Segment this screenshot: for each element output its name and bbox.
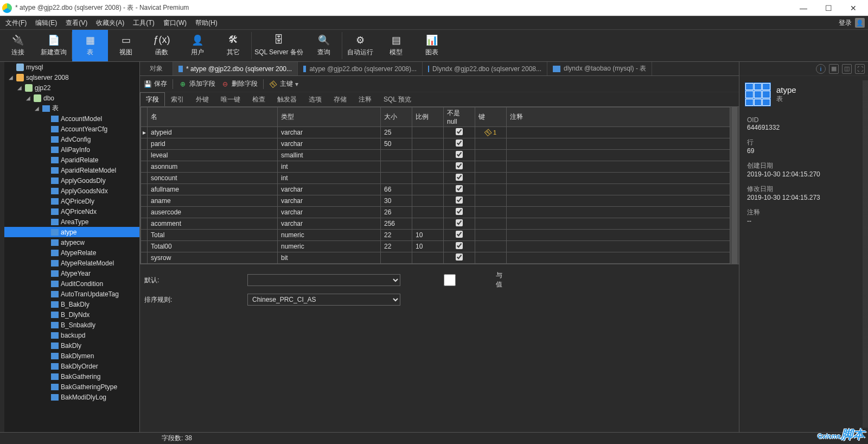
editor-tab[interactable]: dlyndx @taobao (mysql) - 表 xyxy=(547,62,652,75)
tree-item[interactable]: mysql xyxy=(4,62,139,72)
menu-item[interactable]: 查看(V) xyxy=(63,18,90,28)
primary-key-button[interactable]: ⚿主键 ▾ xyxy=(269,79,298,88)
tree-item[interactable]: AtypeRelate xyxy=(4,248,139,258)
tree-item[interactable]: AutoTranUpdateTag xyxy=(4,289,139,299)
menu-item[interactable]: 帮助(H) xyxy=(193,18,220,28)
menu-item[interactable]: 收藏夹(A) xyxy=(94,18,126,28)
ribbon-模型[interactable]: ▤模型 xyxy=(378,30,414,61)
subtab[interactable]: 索引 xyxy=(165,92,190,106)
tree-item[interactable]: AreaType xyxy=(4,217,139,227)
tree-item[interactable]: BakModiDlyLog xyxy=(4,392,139,402)
col-header[interactable]: 大小 xyxy=(381,107,412,127)
subtab[interactable]: 存储 xyxy=(328,92,353,106)
editor-tab[interactable]: Dlyndx @gjp22.dbo (sqlserver 2008... xyxy=(423,62,547,75)
col-header[interactable]: 注释 xyxy=(507,107,730,127)
table-row[interactable]: ▸atypeidvarchar25⚿ 1 xyxy=(141,127,730,138)
editor-tab[interactable]: * atype @gjp22.dbo (sqlserver 200... xyxy=(173,62,298,75)
close-button[interactable]: ✕ xyxy=(841,0,866,16)
tree-twisty-icon[interactable]: ◢ xyxy=(16,85,23,91)
col-header[interactable]: 类型 xyxy=(278,107,381,127)
tree-item[interactable]: backupd xyxy=(4,330,139,340)
subtab[interactable]: 选项 xyxy=(303,92,328,106)
table-row[interactable]: paridvarchar50 xyxy=(141,138,730,150)
tree-twisty-icon[interactable]: ◢ xyxy=(34,105,40,111)
tree-item[interactable]: BakDlymen xyxy=(4,351,139,361)
col-header[interactable]: 比例 xyxy=(412,107,444,127)
subtab[interactable]: 字段 xyxy=(140,92,165,106)
user-avatar-icon[interactable]: 👤 xyxy=(855,18,865,28)
subtab[interactable]: 外键 xyxy=(190,92,215,106)
tree-item[interactable]: BakDlyOrder xyxy=(4,361,139,371)
tree-item[interactable]: AQPriceNdx xyxy=(4,206,139,217)
not-null-checkbox[interactable] xyxy=(456,139,463,147)
tree-item[interactable]: ◢gjp22 xyxy=(4,83,139,93)
menu-item[interactable]: 文件(F) xyxy=(3,18,29,28)
tree-item[interactable]: BakGatheringPtype xyxy=(4,382,139,392)
not-null-checkbox[interactable] xyxy=(456,128,463,135)
ribbon-表[interactable]: ▦表 xyxy=(72,30,108,61)
table-row[interactable]: sysrowbit xyxy=(141,252,730,264)
tree-item[interactable]: ApplyGoodsDly xyxy=(4,175,139,186)
login-link[interactable]: 登录 xyxy=(839,18,852,28)
not-null-checkbox[interactable] xyxy=(456,185,463,192)
not-null-checkbox[interactable] xyxy=(456,231,463,238)
not-null-checkbox[interactable] xyxy=(456,151,463,158)
subtab[interactable]: SQL 预览 xyxy=(378,92,417,106)
tree-item[interactable]: BakGathering xyxy=(4,371,139,382)
default-select[interactable] xyxy=(247,274,400,286)
subtab[interactable]: 检查 xyxy=(246,92,271,106)
table-row[interactable]: anamevarchar30 xyxy=(141,195,730,207)
panel-view-icon-3[interactable]: ⛶ xyxy=(855,64,865,74)
tree-item[interactable]: atypecw xyxy=(4,237,139,248)
menu-item[interactable]: 工具(T) xyxy=(131,18,156,28)
table-row[interactable]: afullnamevarchar66 xyxy=(141,184,730,195)
menu-item[interactable]: 编辑(E) xyxy=(33,18,59,28)
tree-item[interactable]: ◢dbo xyxy=(4,93,139,103)
tree-item[interactable]: AccountYearCfg xyxy=(4,124,139,134)
ribbon-新建查询[interactable]: 📄新建查询 xyxy=(36,30,72,61)
tree-item[interactable]: B_DlyNdx xyxy=(4,309,139,320)
tree-twisty-icon[interactable]: ◢ xyxy=(8,74,14,80)
subtab[interactable]: 注释 xyxy=(353,92,378,106)
tree-item[interactable]: ApplyGoodsNdx xyxy=(4,186,139,196)
tree-twisty-icon[interactable]: ◢ xyxy=(25,95,31,101)
tree-item[interactable]: AdvConfig xyxy=(4,134,139,144)
menu-item[interactable]: 窗口(W) xyxy=(161,18,189,28)
ribbon-连接[interactable]: 🔌连接 xyxy=(0,30,36,61)
tree-item[interactable]: B_BakDly xyxy=(4,299,139,309)
table-row[interactable]: ausercodevarchar26 xyxy=(141,207,730,218)
not-null-checkbox[interactable] xyxy=(456,174,463,181)
tree-item[interactable]: AuditCondition xyxy=(4,278,139,289)
add-field-button[interactable]: ⊕添加字段 xyxy=(178,79,215,88)
subtab[interactable]: 触发器 xyxy=(271,92,303,106)
table-row[interactable]: asonnumint xyxy=(141,161,730,173)
tree-item[interactable]: ◢sqlserver 2008 xyxy=(4,72,139,83)
nav-tree[interactable]: mysql◢sqlserver 2008◢gjp22◢dbo◢表AccountM… xyxy=(4,62,140,432)
tree-item[interactable]: AccountModel xyxy=(4,113,139,124)
info-icon[interactable]: i xyxy=(816,64,826,74)
table-row[interactable]: Totalnumeric2210 xyxy=(141,230,730,241)
save-button[interactable]: 💾保存 xyxy=(143,79,167,88)
delete-field-button[interactable]: ⊖删除字段 xyxy=(221,79,258,88)
tree-item[interactable]: BakDly xyxy=(4,340,139,351)
tree-item[interactable]: ◢表 xyxy=(4,103,139,113)
col-header[interactable]: 不是 null xyxy=(444,107,475,127)
tab-objects[interactable]: 对象 xyxy=(140,62,173,75)
not-null-checkbox[interactable] xyxy=(456,253,463,261)
tree-item[interactable]: AparidRelate xyxy=(4,155,139,165)
minimize-button[interactable]: — xyxy=(791,0,816,16)
tree-item[interactable]: atype xyxy=(4,227,139,237)
tree-item[interactable]: AparidRelateModel xyxy=(4,165,139,175)
tree-item[interactable]: B_Snbakdly xyxy=(4,320,139,330)
ribbon-其它[interactable]: 🛠其它 xyxy=(215,30,251,61)
not-null-checkbox[interactable] xyxy=(456,219,463,226)
subtab[interactable]: 唯一键 xyxy=(215,92,246,106)
maximize-button[interactable]: ☐ xyxy=(816,0,841,16)
table-row[interactable]: acommentvarchar256 xyxy=(141,218,730,230)
not-null-checkbox[interactable] xyxy=(456,208,463,215)
col-header[interactable]: 名 xyxy=(148,107,278,127)
ribbon-SQL Server 备份[interactable]: 🗄SQL Server 备份 xyxy=(252,30,306,61)
with-value-checkbox[interactable] xyxy=(406,274,494,286)
grid-scrollbar[interactable] xyxy=(730,106,739,264)
ribbon-查询[interactable]: 🔍查询 xyxy=(306,30,342,61)
